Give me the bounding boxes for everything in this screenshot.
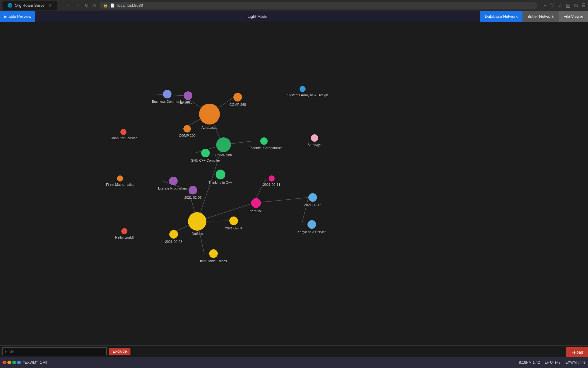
node-label-thinking_cpp: Thinking in C++ bbox=[209, 181, 232, 184]
database-network-button[interactable]: Database Network bbox=[480, 11, 522, 22]
exclude-button[interactable]: Exclude bbox=[109, 348, 130, 355]
node-label-finite_math: Finite Mathematics bbox=[106, 183, 134, 186]
node-circle-essential_components bbox=[260, 137, 268, 145]
light-mode-button[interactable]: Light Mode bbox=[248, 14, 267, 19]
node-dotfiles[interactable]: Dotfiles bbox=[188, 212, 206, 236]
node-essential_components[interactable]: Essential Components bbox=[249, 137, 279, 150]
new-tab-button[interactable]: + bbox=[59, 2, 63, 9]
node-circle-literate_prog bbox=[169, 177, 178, 185]
app-bar-nav: Database Network Buffer Network File Vie… bbox=[480, 11, 588, 22]
status-dot-green bbox=[12, 361, 16, 364]
filter-bar: Exclude Reload bbox=[0, 345, 588, 357]
node-circle-immutable_emacs bbox=[209, 249, 218, 258]
home-button[interactable]: ⌂ bbox=[92, 2, 97, 10]
node-comp200[interactable]: COMP 200 bbox=[179, 125, 195, 137]
node-label-date_2021_02_03: 2021-02-03 bbox=[184, 196, 202, 199]
node-immutable_emacs[interactable]: Immutable Emacs bbox=[200, 249, 227, 263]
node-label-immutable_emacs: Immutable Emacs bbox=[200, 259, 227, 263]
node-circle-date_2021_02_04 bbox=[229, 217, 238, 225]
node-circle-systems_analysis bbox=[300, 86, 306, 92]
node-circle-dotfiles bbox=[188, 212, 206, 231]
status-dot-blue bbox=[17, 361, 21, 364]
tab-close-button[interactable]: ✕ bbox=[48, 3, 52, 8]
app-bar-center: Light Mode bbox=[35, 14, 480, 19]
node-literate_prog[interactable]: Literate Programming bbox=[158, 177, 189, 190]
tab-favicon: 🌐 bbox=[7, 3, 12, 8]
node-label-dotfiles: Dotfiles bbox=[192, 232, 203, 236]
node-birthdays[interactable]: Birthdays bbox=[307, 134, 322, 147]
address-bar[interactable]: 🔒 📄 localhost:8080 bbox=[100, 2, 537, 9]
browser-right-controls: ··· ♡ ☆ ▤ ⧉ ☰ bbox=[542, 2, 586, 8]
star-icon[interactable]: ☆ bbox=[558, 2, 562, 8]
buffer-network-button[interactable]: Buffer Network bbox=[522, 11, 559, 22]
node-circle-hello_world bbox=[121, 228, 127, 234]
filter-input[interactable] bbox=[2, 347, 107, 355]
forward-button[interactable]: → bbox=[74, 2, 81, 10]
app-bar: Enable Preview Light Mode Database Netwo… bbox=[0, 11, 588, 22]
node-label-date_2021_02_08: 2021-02-08 bbox=[165, 240, 182, 243]
node-label-date_2021_02_13: 2021-02-13 bbox=[304, 203, 321, 207]
node-thinking_cpp[interactable]: Thinking in C++ bbox=[209, 170, 232, 184]
browser-tab[interactable]: 🌐 Org Roam Server ✕ bbox=[2, 1, 57, 10]
node-date_2021_02_13[interactable]: 2021-02-13 bbox=[304, 193, 321, 207]
node-label-birthdays: Birthdays bbox=[307, 143, 322, 147]
node-business_comm[interactable]: Business Communication bbox=[152, 90, 183, 103]
node-date_2021_02_08[interactable]: 2021-02-08 bbox=[165, 230, 182, 243]
node-circle-date_2021_02_03 bbox=[189, 186, 197, 194]
menu-dots[interactable]: ··· bbox=[542, 3, 546, 8]
node-label-kanye: Kanye as a Service bbox=[297, 230, 326, 234]
split-view-icon[interactable]: ⧉ bbox=[574, 3, 578, 8]
node-label-business_comm: Business Communication bbox=[152, 100, 183, 103]
node-computer_science[interactable]: Computer Science bbox=[110, 129, 138, 140]
node-gnu_cpp[interactable]: GNU C++ Compiler bbox=[191, 149, 220, 162]
node-label-date_2021_02_11: 2021-02-11 bbox=[263, 183, 280, 186]
node-circle-date_2021_02_08 bbox=[169, 230, 178, 239]
node-label-systems_analysis: Systems Analysis & Design bbox=[287, 93, 318, 97]
node-label-date_2021_02_04: 2021-02-04 bbox=[225, 226, 242, 230]
node-circle-gnu_cpp bbox=[201, 149, 210, 157]
node-date_2021_02_04[interactable]: 2021-02-04 bbox=[225, 217, 242, 230]
node-athabasca[interactable]: Athabasca bbox=[199, 104, 220, 129]
node-label-hello_world: Hello, world! bbox=[115, 236, 134, 239]
status-time: 8:18PM 1.42 bbox=[519, 360, 540, 365]
edges-layer bbox=[0, 22, 588, 347]
node-kanye[interactable]: Kanye as a Service bbox=[297, 220, 326, 234]
page-icon: 📄 bbox=[110, 3, 115, 8]
node-date_2021_02_03[interactable]: 2021-02-03 bbox=[184, 186, 202, 199]
node-circle-admn233 bbox=[184, 91, 192, 100]
node-date_2021_02_11[interactable]: 2021-02-11 bbox=[263, 175, 280, 186]
node-label-comp200: COMP 200 bbox=[179, 134, 195, 137]
node-hello_world[interactable]: Hello, world! bbox=[115, 228, 134, 239]
status-right: 8:18PM 1.42 LF UTF-8 EXWM : line bbox=[519, 360, 586, 365]
node-finite_math[interactable]: Finite Mathematics bbox=[106, 175, 134, 186]
node-circle-thinking_cpp bbox=[216, 170, 225, 179]
tab-title: Org Roam Server bbox=[15, 3, 46, 8]
node-plantuml[interactable]: PlantUML bbox=[249, 198, 263, 213]
hamburger-icon[interactable]: ☰ bbox=[581, 2, 586, 8]
pocket-icon[interactable]: ♡ bbox=[550, 2, 554, 8]
node-circle-comp200 bbox=[183, 125, 191, 132]
file-viewer-button[interactable]: File Viewer bbox=[559, 11, 588, 22]
node-systems_analysis[interactable]: Systems Analysis & Design bbox=[287, 86, 318, 97]
status-dot-red bbox=[2, 361, 6, 364]
browser-controls: ← → ↻ ⌂ bbox=[65, 1, 97, 10]
enable-preview-button[interactable]: Enable Preview bbox=[0, 11, 35, 22]
back-button[interactable]: ← bbox=[65, 2, 72, 10]
node-circle-athabasca bbox=[199, 104, 220, 125]
node-circle-kanye bbox=[307, 220, 316, 229]
node-circle-date_2021_02_11 bbox=[269, 175, 275, 182]
node-circle-finite_math bbox=[117, 175, 123, 182]
node-circle-plantuml bbox=[251, 198, 261, 208]
node-comp268[interactable]: COMP 268 bbox=[229, 93, 246, 106]
node-circle-birthdays bbox=[311, 134, 318, 142]
node-circle-computer_science bbox=[120, 129, 126, 135]
node-label-comp268: COMP 268 bbox=[229, 103, 246, 106]
sidebar-icon[interactable]: ▤ bbox=[566, 2, 571, 8]
node-label-computer_science: Computer Science bbox=[110, 136, 138, 140]
reload-button[interactable]: Reload bbox=[566, 347, 588, 357]
node-label-essential_components: Essential Components bbox=[249, 146, 279, 150]
node-label-literate_prog: Literate Programming bbox=[158, 186, 189, 190]
status-dot-yellow bbox=[7, 361, 11, 364]
status-dots bbox=[2, 361, 21, 364]
reload-browser-button[interactable]: ↻ bbox=[83, 1, 90, 10]
